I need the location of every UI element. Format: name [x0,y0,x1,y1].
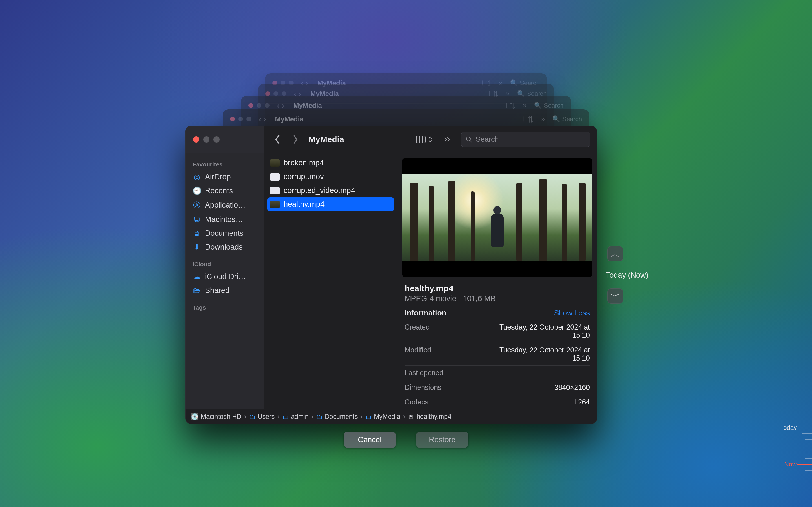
meta-value: Tuesday, 22 October 2024 at 15:10 [488,346,590,362]
meta-key: Last opened [405,369,488,377]
path-label: Users [258,413,274,420]
meta-value: -- [488,369,590,377]
path-label: MyMedia [374,413,400,420]
meta-key: Created [405,323,488,339]
file-row-label: corrupt.mov [284,172,324,181]
sidebar-item-label: Recents [205,186,233,195]
preview-filename: healthy.mp4 [405,284,590,293]
tm-prev-button[interactable]: ︿ [607,246,623,262]
sidebar-item-macintosh-hd[interactable]: ⛁Macintos… [189,213,260,226]
file-thumb-icon [270,173,280,180]
show-less-button[interactable]: Show Less [554,309,590,318]
app-icon: Ⓐ [193,200,201,210]
folder-icon: 🗀 [316,413,322,420]
preview-pane: healthy.mp4 MPEG-4 movie - 101,6 MB Info… [397,153,597,409]
meta-value: 3840×2160 [488,383,590,392]
chevrons-right-icon [444,136,452,142]
column-view-icon [416,135,426,144]
file-row-selected[interactable]: healthy.mp4 [267,198,394,211]
tm-timeline[interactable]: Today Now [772,408,812,496]
file-row-label: broken.mp4 [284,159,324,167]
file-row[interactable]: corrupted_video.mp4 [264,184,397,198]
window-controls [185,126,264,153]
toolbar: MyMedia [185,126,597,153]
sidebar-item-label: Macintos… [205,215,243,224]
file-icon: 🗎 [408,413,414,420]
sidebar-section-favourites: Favourites [189,158,260,170]
search-field[interactable] [461,131,591,147]
sidebar-item-recents[interactable]: 🕘Recents [189,184,260,198]
sidebar-item-label: Downloads [205,243,243,251]
file-row[interactable]: corrupt.mov [264,170,397,184]
shared-icon: 🗁 [193,286,201,295]
sidebar-item-shared[interactable]: 🗁Shared [189,284,260,297]
view-mode-button[interactable] [413,134,435,145]
file-row-label: corrupted_video.mp4 [284,186,355,195]
cloud-icon: ☁︎ [193,272,201,281]
forward-button[interactable] [289,133,302,146]
sidebar-item-downloads[interactable]: ⬇︎Downloads [189,240,260,254]
sidebar-section-icloud: iCloud [189,258,260,270]
person-silhouette [491,214,504,247]
window-title: MyMedia [308,135,344,144]
svg-rect-0 [416,136,425,143]
meta-key: Modified [405,346,488,362]
meta-value: H.264 [488,398,590,406]
airdrop-icon: ◎ [193,173,201,181]
search-input[interactable] [476,135,586,144]
drive-icon: ⛁ [193,215,201,224]
cancel-button[interactable]: Cancel [344,432,396,448]
file-row[interactable]: broken.mp4 [264,156,397,170]
clock-icon: 🕘 [193,186,201,195]
file-row-label: healthy.mp4 [284,200,324,209]
chevron-down-icon: ﹀ [610,291,620,301]
path-label: healthy.mp4 [416,413,451,420]
traffic-close[interactable] [193,136,199,143]
traffic-zoom[interactable] [213,136,220,143]
path-item[interactable]: 🗀Users [249,413,274,420]
path-bar: 💽Macintosh HD› 🗀Users› 🗀admin› 🗀Document… [185,409,597,424]
path-item[interactable]: 💽Macintosh HD [191,413,241,420]
preview-subtitle: MPEG-4 movie - 101,6 MB [405,294,590,303]
path-label: admin [291,413,309,420]
sidebar-item-applications[interactable]: ⒶApplicatio… [189,198,260,213]
restore-button[interactable]: Restore [416,432,468,448]
meta-key: Codecs [405,398,488,406]
sidebar-item-label: AirDrop [205,173,231,181]
path-item[interactable]: 🗀MyMedia [365,413,400,420]
button-label: Cancel [358,436,382,444]
sidebar-item-documents[interactable]: 🗎Documents [189,226,260,240]
timeline-label-today: Today [780,424,797,432]
meta-key: Dimensions [405,383,488,392]
traffic-minimize[interactable] [203,136,209,143]
folder-icon: 🗀 [283,413,289,420]
file-thumb-icon [270,187,280,194]
doc-icon: 🗎 [193,229,201,238]
back-button[interactable] [271,133,284,146]
metadata-table: CreatedTuesday, 22 October 2024 at 15:10… [405,320,590,409]
folder-icon: 🗀 [249,413,255,420]
tm-next-button[interactable]: ﹀ [607,288,623,304]
chevron-up-icon: ︿ [610,249,620,259]
video-thumb-icon [270,159,280,167]
more-button[interactable] [441,135,455,144]
sidebar-section-tags: Tags [189,301,260,313]
finder-window: MyMedia Favourites ◎AirDrop 🕘Rec [185,126,597,424]
video-preview[interactable] [402,158,592,277]
sidebar-item-icloud-drive[interactable]: ☁︎iCloud Dri… [189,270,260,284]
timeline-label-now: Now [784,461,797,468]
search-icon [465,136,472,143]
meta-value: Tuesday, 22 October 2024 at 15:10 [488,323,590,339]
button-label: Restore [429,436,456,444]
path-label: Macintosh HD [201,413,241,420]
path-item[interactable]: 🗀admin [283,413,309,420]
sidebar-item-label: Documents [205,229,244,238]
folder-icon: 🗀 [365,413,371,420]
sidebar-item-airdrop[interactable]: ◎AirDrop [189,170,260,184]
info-section-label: Information [405,309,447,318]
tm-current-label: Today (Now) [606,271,649,280]
path-item[interactable]: 🗀Documents [316,413,357,420]
path-item[interactable]: 🗎healthy.mp4 [408,413,451,420]
video-thumb-icon [270,201,280,208]
svg-line-4 [470,140,472,142]
